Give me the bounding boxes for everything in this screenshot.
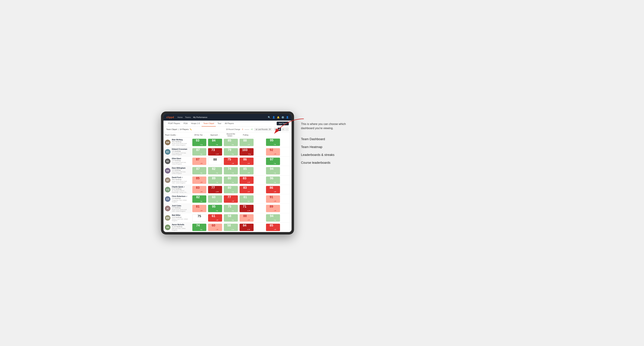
edit-icon[interactable]: ✏️: [190, 128, 192, 130]
avatar: JC: [165, 206, 170, 211]
menu-item-heatmap[interactable]: Team Heatmap: [301, 145, 483, 149]
sort-arrow-green[interactable]: →: [233, 135, 234, 137]
separator: |: [178, 128, 178, 130]
player-cell-3[interactable]: DB Dave Billingham 1-5 Handicap Gog Mago…: [164, 166, 192, 175]
avatar: EE: [165, 159, 170, 164]
score-change: -3▼: [232, 163, 234, 164]
score-putting-3: 94 1▲: [254, 166, 292, 175]
avatar: CR: [165, 196, 170, 202]
score-box: 86 -8▼: [266, 186, 280, 193]
score-box: 91 -3▼: [266, 195, 280, 203]
score-box: 94 1▲: [266, 167, 280, 174]
score-approach-0: 85 8▲: [223, 138, 239, 147]
player-club: Drift Golf Club, United Kingdom: [172, 228, 190, 231]
subnav-pgat[interactable]: PGAT Players: [166, 121, 182, 127]
score-change: -11▼: [247, 210, 250, 211]
score-box: 88: [208, 158, 222, 165]
player-handicap: 1-5 Handicap: [172, 150, 190, 152]
table-row[interactable]: BM Blair McHarg Plus Handicap Royal Nort…: [164, 138, 292, 147]
score-box: 82 4▲: [208, 167, 222, 174]
player-club: Royal North Devon Golf Club, United King…: [172, 209, 190, 212]
score-change: +4▲: [200, 144, 203, 145]
player-cell-5[interactable]: CQ Charlie Quick ✓ 6-10 Handicap St. Geo…: [164, 185, 192, 194]
score-off_tee-1: 73 -11▼: [207, 147, 223, 157]
table-row[interactable]: AN Aaron Nicholls 11-15 Handicap Drift G…: [164, 223, 292, 232]
nav-link-teams[interactable]: Teams: [185, 116, 191, 118]
score-value: 71: [243, 205, 246, 208]
subnav-tour[interactable]: Tour: [216, 121, 223, 127]
score-value: 84: [243, 224, 246, 227]
score-change: 5▲: [274, 163, 276, 164]
score-box: 58 4▲: [224, 214, 238, 222]
table-row[interactable]: JC Josh Coles 1-5 Handicap Royal North D…: [164, 204, 292, 213]
score-value: 82: [196, 195, 200, 199]
player-info: Blair McHarg Plus Handicap Royal North D…: [172, 139, 190, 146]
nav-link-home[interactable]: Home: [178, 116, 182, 118]
score-value: 60: [212, 224, 215, 227]
score-change: 3▲: [274, 181, 276, 183]
player-club: Sunningdale Golf Club, United Kingdom: [172, 152, 190, 155]
table-row[interactable]: CR Chris Robertson ✓ 1-5 Handicap Craigm…: [164, 194, 292, 204]
score-value: 75: [198, 214, 201, 218]
table-row[interactable]: DF David Ford ✓ Plus Handicap Royal Nort…: [164, 175, 292, 185]
score-change: 1▲: [232, 172, 234, 174]
player-cell-1[interactable]: EC Edward Crossman 1-5 Handicap Sunningd…: [164, 147, 192, 157]
col-aroundgreen: Around the Green →: [223, 132, 239, 138]
menu-item-course[interactable]: Course leaderboards: [301, 161, 483, 165]
subnav-pga[interactable]: PGA: [182, 121, 189, 127]
annotation-container: This is where you can choose which dashb…: [301, 122, 483, 130]
score-off_tee-7: 95 8▲: [207, 204, 223, 213]
player-club: Royal North Devon Golf Club, United King…: [172, 180, 190, 184]
score-approach-7: 75 2▲: [223, 204, 239, 213]
score-change: 10▲: [231, 229, 234, 230]
verified-badge: ✓: [184, 186, 185, 188]
player-cell-0[interactable]: BM Blair McHarg Plus Handicap Royal Nort…: [164, 138, 192, 147]
table-row[interactable]: DB Dave Billingham 1-5 Handicap Gog Mago…: [164, 166, 292, 175]
subnav-allplayers[interactable]: All Players: [223, 121, 236, 127]
player-name: Dave Billingham: [172, 167, 190, 169]
table-row[interactable]: EC Edward Crossman 1-5 Handicap Sunningd…: [164, 147, 292, 157]
nav-link-myperformance[interactable]: My Performance: [193, 116, 208, 118]
table-row[interactable]: MM Matt Miller 6-10 Handicap Woburn Golf…: [164, 213, 292, 223]
subnav-teamclippd[interactable]: Team Clippd: [202, 121, 216, 127]
score-change: -2▼: [247, 219, 250, 221]
score-value: 73: [212, 148, 215, 152]
score-approach-2: 75 -3▼: [223, 157, 239, 166]
score-putting-2: 97 5▲: [254, 157, 292, 166]
table-row[interactable]: CQ Charlie Quick ✓ 6-10 Handicap St. Geo…: [164, 185, 292, 194]
menu-item-leaderboards[interactable]: Leaderboards & streaks: [301, 153, 483, 157]
sort-arrow-putting[interactable]: →: [249, 134, 250, 136]
table-row[interactable]: EE Elliot Ebert 1-5 Handicap Sunningdale…: [164, 157, 292, 166]
sort-arrow-tee[interactable]: →: [203, 134, 204, 136]
score-box: 61 -3▼: [208, 214, 222, 222]
score-box: 87 1▲: [192, 148, 206, 156]
score-value: 93: [196, 139, 199, 142]
page-wrapper: clippd Home Teams My Performance 🔍 👤 🔔 ⚙…: [161, 112, 483, 234]
score-change: 9▲: [232, 153, 234, 155]
player-cell-2[interactable]: EE Elliot Ebert 1-5 Handicap Sunningdale…: [164, 157, 192, 166]
avatar: EC: [165, 149, 170, 155]
score-box: 96 3▲: [266, 176, 280, 184]
score-value: 82: [212, 167, 216, 171]
player-handicap: 1-5 Handicap: [172, 207, 190, 209]
player-cell-7[interactable]: JC Josh Coles 1-5 Handicap Royal North D…: [164, 204, 192, 213]
score-box: 84 6▲: [208, 139, 222, 146]
player-cell-8[interactable]: MM Matt Miller 6-10 Handicap Woburn Golf…: [164, 213, 192, 223]
score-around_green-7: 71 -11▼: [239, 204, 254, 213]
score-box: 89 -2▼: [266, 205, 280, 212]
sort-arrow-approach[interactable]: →: [218, 134, 220, 136]
score-change: -3▼: [200, 210, 203, 211]
player-cell-6[interactable]: CR Chris Robertson ✓ 1-5 Handicap Craigm…: [164, 194, 192, 204]
player-cell-9[interactable]: AN Aaron Nicholls 11-15 Handicap Drift G…: [164, 223, 192, 232]
menu-item-dashboard[interactable]: Team Dashboard: [301, 137, 483, 141]
score-box: 88 -2▼: [240, 214, 254, 222]
sort-arrow[interactable]: ↕: [176, 134, 177, 136]
subnav-hcaps[interactable]: Hcaps 1-5: [189, 121, 202, 127]
player-info: Josh Coles 1-5 Handicap Royal North Devo…: [172, 205, 190, 212]
player-cell-4[interactable]: DF David Ford ✓ Plus Handicap Royal Nort…: [164, 175, 192, 185]
team-name: Team Clippd: [166, 128, 177, 130]
score-box: 77 -14▼: [208, 186, 222, 193]
score-change: 7▲: [216, 181, 218, 183]
score-change: 3▲: [232, 181, 234, 183]
score-off_tee-4: 89 7▲: [207, 175, 223, 185]
